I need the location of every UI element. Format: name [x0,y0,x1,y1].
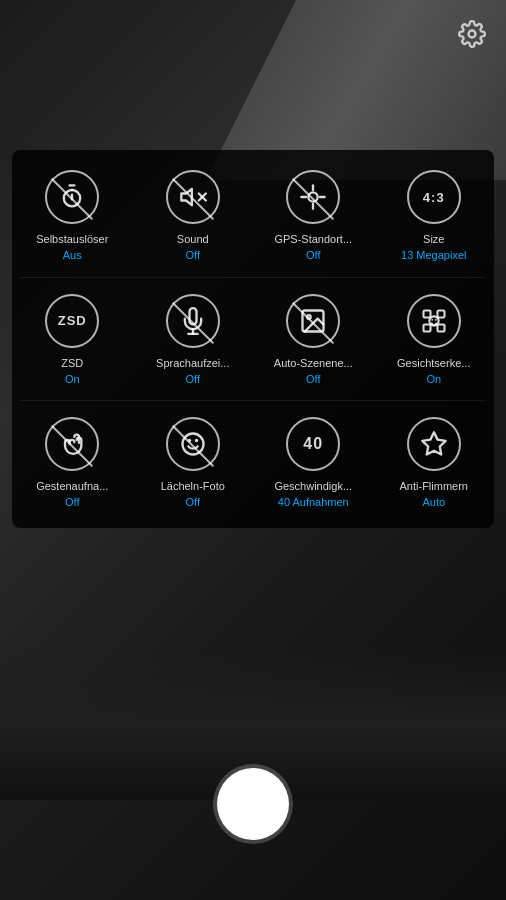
cell-value: 40 Aufnahmen [278,495,349,509]
scene-off-icon [286,294,340,348]
cell-sound[interactable]: Sound Off [133,154,254,277]
svg-point-21 [431,318,433,320]
cell-selbstausloser[interactable]: Selbstauslöser Aus [12,154,133,277]
cell-label: GPS-Standort... [274,232,352,246]
grid-row-3: Gestenaufna... Off Lächeln-Foto Off 40 [12,401,494,524]
cell-label: Selbstauslöser [36,232,108,246]
svg-rect-16 [423,310,430,317]
cell-geschwindigkeit[interactable]: 40 Geschwindigk... 40 Aufnahmen [253,401,374,524]
grid-row-1: Selbstauslöser Aus Sound Off [12,154,494,277]
cell-value: On [426,372,441,386]
shutter-button[interactable] [217,768,289,840]
settings-grid: Selbstauslöser Aus Sound Off [12,150,494,528]
mic-off-icon [166,294,220,348]
speed-text: 40 [303,435,323,453]
cell-value: Off [306,248,320,262]
cell-anti-flimmern[interactable]: Anti-Flimmern Auto [374,401,495,524]
cell-value: Auto [422,495,445,509]
ratio-icon: 4:3 [407,170,461,224]
cell-label: Gestenaufna... [36,479,108,493]
ratio-text: 4:3 [423,190,445,205]
cell-value: Off [186,495,200,509]
cell-gps[interactable]: GPS-Standort... Off [253,154,374,277]
gesture-off-icon [45,417,99,471]
smile-off-icon [166,417,220,471]
grid-row-2: ZSD ZSD On Sprachaufzei... Off [12,278,494,401]
cell-value: Aus [63,248,82,262]
cell-laecheln[interactable]: Lächeln-Foto Off [133,401,254,524]
cell-label: Sound [177,232,209,246]
cell-zsd[interactable]: ZSD ZSD On [12,278,133,401]
svg-point-22 [435,318,437,320]
zsd-icon: ZSD [45,294,99,348]
cell-value: Off [306,372,320,386]
svg-marker-26 [422,433,445,455]
speed-icon: 40 [286,417,340,471]
cell-value: Off [186,248,200,262]
cell-label: Size [423,232,444,246]
settings-icon[interactable] [456,18,488,50]
cell-label: ZSD [61,356,83,370]
cell-label: Auto-Szenene... [274,356,353,370]
cell-sprachaufzeichnung[interactable]: Sprachaufzei... Off [133,278,254,401]
cell-value: 13 Megapixel [401,248,466,262]
cell-label: Geschwindigk... [274,479,352,493]
svg-rect-17 [437,310,444,317]
svg-rect-18 [423,324,430,331]
cell-label: Anti-Flimmern [400,479,468,493]
sound-off-icon [166,170,220,224]
timer-off-icon [45,170,99,224]
cell-gesichtserkennung[interactable]: Gesichtserke... On [374,278,495,401]
cell-value: Off [65,495,79,509]
cell-gestenaufnahme[interactable]: Gestenaufna... Off [12,401,133,524]
cell-value: Off [186,372,200,386]
svg-point-0 [469,31,476,38]
cell-value: On [65,372,80,386]
zsd-text: ZSD [58,313,87,328]
svg-rect-19 [437,324,444,331]
cell-label: Sprachaufzei... [156,356,229,370]
anti-flicker-icon [407,417,461,471]
gps-off-icon [286,170,340,224]
cell-auto-szene[interactable]: Auto-Szenene... Off [253,278,374,401]
cell-size[interactable]: 4:3 Size 13 Megapixel [374,154,495,277]
face-icon [407,294,461,348]
cell-label: Gesichtserke... [397,356,470,370]
cell-label: Lächeln-Foto [161,479,225,493]
